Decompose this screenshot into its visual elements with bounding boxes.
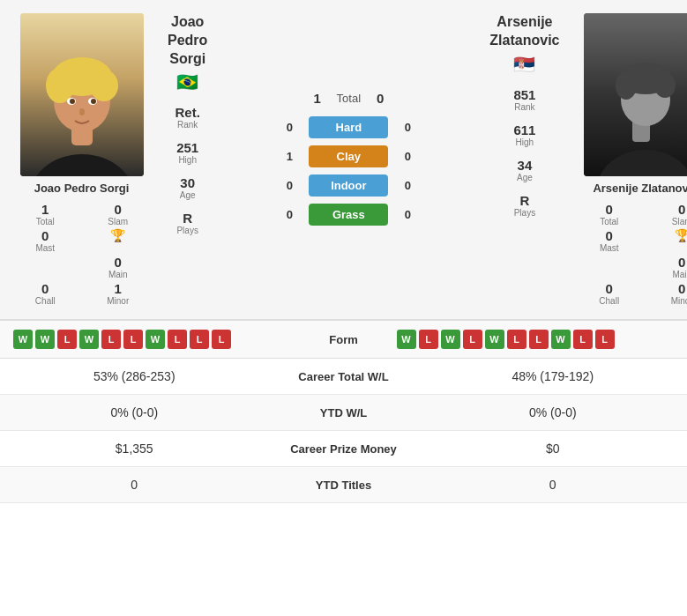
right-high-stat: 611 High <box>513 122 535 147</box>
right-main-label: Main <box>672 270 687 279</box>
total-score-right: 0 <box>371 91 389 106</box>
stats-value-left: 0% (0-0) <box>13 405 256 419</box>
form-badge-right: L <box>419 330 438 349</box>
stats-value-right: 0% (0-0) <box>432 405 675 419</box>
svg-point-17 <box>616 71 637 100</box>
left-slam-cell: 0 Slam <box>86 202 151 226</box>
svg-point-9 <box>70 99 75 104</box>
right-mast-label: Mast <box>600 243 619 253</box>
right-high-value: 611 <box>513 122 535 137</box>
right-name-center: Arsenije Zlatanovic <box>489 13 559 50</box>
left-total-label: Total <box>36 217 55 226</box>
form-badge-left: W <box>79 330 99 349</box>
surface-section: 1 Total 0 0 Hard 0 1 Clay 0 0 Indoor 0 0 <box>216 13 481 306</box>
right-player-photo <box>584 13 687 176</box>
indoor-button[interactable]: Indoor <box>309 174 388 197</box>
hard-score-left: 0 <box>280 121 298 134</box>
indoor-row: 0 Indoor 0 <box>280 174 416 197</box>
form-badge-right: W <box>485 330 504 349</box>
form-badge-left: W <box>35 330 55 349</box>
form-badge-right: W <box>397 330 416 349</box>
left-total-cell: 1 Total <box>13 202 78 226</box>
form-right: WLWLWLLWLL <box>397 330 675 349</box>
left-mast-label: Mast <box>35 243 55 253</box>
stats-row: 53% (286-253)Career Total W/L48% (179-19… <box>0 359 687 395</box>
right-chall-value: 0 <box>606 281 613 296</box>
right-rank-stat: 851 Rank <box>513 87 535 112</box>
stats-row-label: YTD W/L <box>256 406 432 419</box>
form-left: WWLWLLWLLL <box>13 330 291 349</box>
left-player-name: Joao Pedro Sorgi <box>34 182 130 195</box>
right-age-value: 34 <box>518 158 533 173</box>
form-badge-left: L <box>123 330 143 349</box>
form-badge-right: L <box>595 330 615 349</box>
right-slam-cell: 0 Slam <box>650 202 687 226</box>
left-high-value: 251 <box>176 140 198 155</box>
svg-point-5 <box>46 68 74 103</box>
left-slam-value: 0 <box>115 202 122 217</box>
clay-score-left: 1 <box>280 150 298 163</box>
left-main-value: 0 <box>115 255 122 270</box>
form-badge-left: L <box>190 330 209 349</box>
right-total-value: 0 <box>606 202 613 217</box>
stats-row: $1,355Career Prize Money$0 <box>0 431 687 467</box>
hard-score-right: 0 <box>399 121 416 134</box>
form-badge-right: L <box>573 330 593 349</box>
clay-row: 1 Clay 0 <box>280 145 416 167</box>
form-section: WWLWLLWLLL Form WLWLWLLWLL <box>0 321 687 359</box>
right-chall-cell: 0 Chall <box>577 281 641 306</box>
career-stats-container: 53% (286-253)Career Total W/L48% (179-19… <box>0 359 687 503</box>
right-plays-label: Plays <box>514 208 535 218</box>
right-trophy-icon: 🏆 <box>675 228 687 242</box>
form-badge-left: L <box>168 330 187 349</box>
left-trophy-icon: 🏆 <box>110 228 125 242</box>
form-badge-right: L <box>463 330 482 349</box>
left-age-value: 30 <box>180 175 195 190</box>
clay-button[interactable]: Clay <box>309 145 388 167</box>
right-plays-value: R <box>519 193 529 208</box>
right-player-stats: 0 Total 0 Slam 0 Mast 🏆 0 Main <box>568 202 687 306</box>
right-main-value: 0 <box>678 255 685 270</box>
grass-score-right: 0 <box>399 208 416 221</box>
right-middle-stats: Arsenije Zlatanovic 🇷🇸 851 Rank 611 High… <box>481 13 568 306</box>
left-total-value: 1 <box>41 202 49 217</box>
left-rank-stat: Ret. Rank <box>175 105 200 130</box>
left-mast-value: 0 <box>41 228 49 243</box>
grass-button[interactable]: Grass <box>309 204 388 226</box>
right-flag: 🇷🇸 <box>513 54 535 75</box>
main-container: Joao Pedro Sorgi 1 Total 0 Slam 0 Mast 🏆 <box>0 0 687 503</box>
left-mast-cell: 0 Mast <box>13 228 78 253</box>
left-name-center: Joao Pedro Sorgi <box>168 13 207 68</box>
stats-value-right: 0 <box>432 478 675 492</box>
right-rank-value: 851 <box>513 87 535 102</box>
right-minor-label: Minor <box>671 296 687 306</box>
left-slam-label: Slam <box>108 217 128 226</box>
form-badge-left: L <box>57 330 77 349</box>
right-high-label: High <box>516 137 534 147</box>
form-badge-left: L <box>212 330 231 349</box>
svg-point-11 <box>79 108 85 115</box>
left-age-stat: 30 Age <box>180 175 196 200</box>
stats-value-left: 53% (286-253) <box>13 369 256 383</box>
stats-value-right: 48% (179-192) <box>432 369 675 383</box>
svg-point-18 <box>654 73 676 98</box>
right-player-card: Arsenije Zlatanovic 0 Total 0 Slam 0 Mas… <box>568 13 687 306</box>
right-minor-cell: 0 Minor <box>650 281 687 306</box>
svg-point-10 <box>91 99 96 104</box>
left-high-label: High <box>178 155 197 165</box>
form-label: Form <box>291 333 397 346</box>
left-player-card: Joao Pedro Sorgi 1 Total 0 Slam 0 Mast 🏆 <box>4 13 159 306</box>
indoor-score-left: 0 <box>280 179 298 192</box>
right-main-cell: 0 Main <box>650 255 687 279</box>
stats-row: 0% (0-0)YTD W/L0% (0-0) <box>0 395 687 431</box>
hard-button[interactable]: Hard <box>309 116 388 138</box>
right-chall-label: Chall <box>599 296 619 306</box>
left-plays-stat: R Plays <box>176 211 198 235</box>
hard-row: 0 Hard 0 <box>280 116 416 138</box>
left-minor-value: 1 <box>115 281 122 296</box>
stats-row: 0YTD Titles0 <box>0 467 687 503</box>
right-minor-value: 0 <box>678 281 685 296</box>
stats-value-right: $0 <box>432 442 675 456</box>
form-badge-right: L <box>507 330 526 349</box>
form-badge-left: W <box>13 330 33 349</box>
